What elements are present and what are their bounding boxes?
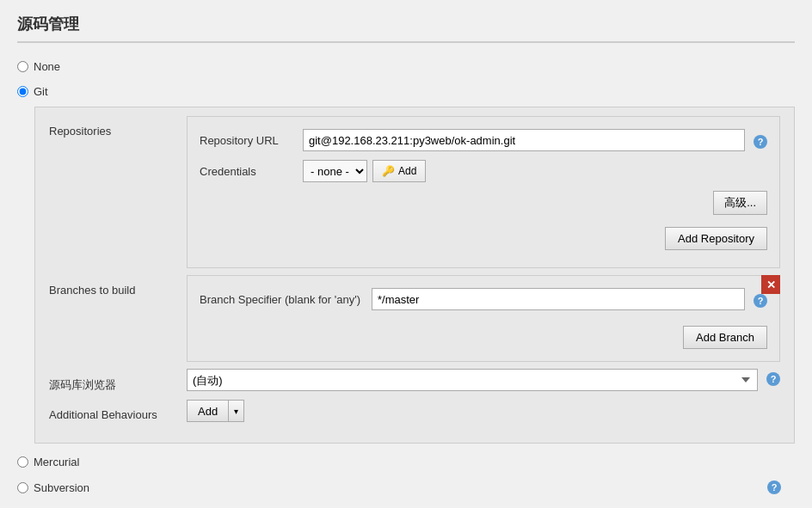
behaviours-row: Additional Behaviours Add ▾: [49, 400, 780, 422]
add-branch-btn-row: Add Branch: [200, 319, 767, 349]
repositories-row: Repositories Repository URL ? Credential…: [49, 116, 780, 268]
git-radio[interactable]: [17, 86, 28, 97]
repo-url-row: Repository URL ?: [200, 129, 767, 151]
browser-help-icon[interactable]: ?: [766, 372, 780, 386]
branch-specifier-row: Branch Specifier (blank for 'any') ?: [200, 288, 767, 310]
browser-row: 源码库浏览器 (自动) ?: [49, 369, 780, 393]
repo-url-label: Repository URL: [200, 134, 303, 147]
repositories-panel: Repository URL ? Credentials - none -: [187, 116, 780, 268]
add-credentials-button[interactable]: 🔑 Add: [372, 160, 426, 182]
branches-row: Branches to build ✕ Branch Specifier (bl…: [49, 275, 780, 362]
browser-panel-outer: (自动) ?: [187, 369, 780, 391]
branches-panel-outer: ✕ Branch Specifier (blank for 'any') ? A…: [187, 275, 780, 362]
repositories-panel-outer: Repository URL ? Credentials - none -: [187, 116, 780, 268]
page-container: 源码管理 None Git Repositories Repository UR…: [0, 0, 812, 508]
none-radio[interactable]: [17, 61, 28, 72]
none-radio-row: None: [17, 57, 795, 77]
page-title: 源码管理: [17, 14, 795, 43]
repo-url-help-icon[interactable]: ?: [754, 135, 767, 149]
dropdown-arrow-icon: ▾: [234, 407, 238, 416]
browser-section-label: 源码库浏览器: [49, 369, 187, 393]
subversion-help-icon[interactable]: ?: [767, 480, 781, 494]
git-label[interactable]: Git: [34, 85, 48, 98]
subversion-radio-row: Subversion ?: [17, 477, 795, 498]
subversion-radio[interactable]: [17, 482, 28, 493]
add-behaviour-button-group: Add ▾: [187, 400, 244, 422]
branches-panel: ✕ Branch Specifier (blank for 'any') ? A…: [187, 275, 780, 362]
advanced-button[interactable]: 高级...: [713, 191, 767, 215]
branches-section-label: Branches to build: [49, 275, 187, 297]
credentials-select[interactable]: - none -: [303, 160, 367, 182]
add-branch-button[interactable]: Add Branch: [683, 326, 767, 349]
mercurial-label[interactable]: Mercurial: [34, 456, 79, 468]
delete-branch-button[interactable]: ✕: [761, 275, 780, 294]
browser-select[interactable]: (自动): [187, 369, 758, 391]
credentials-label: Credentials: [200, 165, 303, 178]
key-icon: 🔑: [382, 165, 395, 177]
branch-specifier-input[interactable]: [372, 288, 745, 310]
none-label[interactable]: None: [34, 60, 60, 73]
repo-btn-row: 高级... Add Repository: [200, 191, 767, 255]
add-repository-button[interactable]: Add Repository: [665, 227, 767, 250]
git-radio-row: Git: [17, 82, 795, 101]
repositories-section-label: Repositories: [49, 116, 187, 138]
add-behaviour-dropdown-arrow[interactable]: ▾: [228, 400, 244, 422]
mercurial-radio-row: Mercurial: [17, 452, 795, 472]
behaviours-panel-outer: Add ▾: [187, 400, 780, 422]
mercurial-radio[interactable]: [17, 456, 28, 468]
repo-url-input[interactable]: [303, 129, 745, 151]
branch-specifier-help-icon[interactable]: ?: [754, 294, 767, 308]
add-behaviour-button[interactable]: Add: [187, 400, 228, 422]
subversion-label[interactable]: Subversion: [34, 481, 89, 494]
credentials-row: Credentials - none - 🔑 Add: [200, 160, 767, 182]
git-section: Repositories Repository URL ? Credential…: [34, 107, 795, 444]
behaviours-section-label: Additional Behaviours: [49, 400, 187, 421]
branch-specifier-label: Branch Specifier (blank for 'any'): [200, 293, 372, 306]
